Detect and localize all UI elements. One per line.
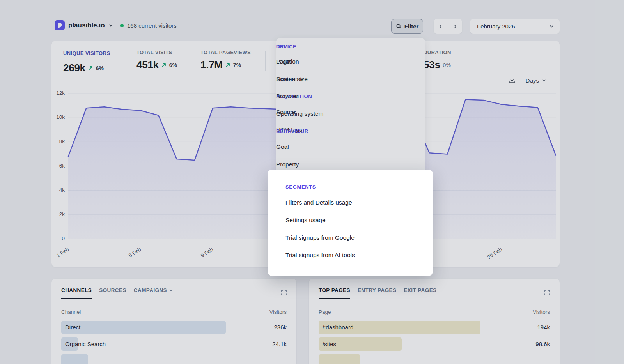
date-range-button[interactable]: February 2026 <box>470 19 560 34</box>
site-switcher[interactable]: plausible.io <box>55 20 113 30</box>
segment-item-settings-usage[interactable]: Settings usage <box>285 217 326 224</box>
table-row[interactable]: /:dashboard 194k <box>319 319 550 336</box>
interval-select-button[interactable]: Days <box>523 77 549 84</box>
segment-item-trial-signups-google[interactable]: Trial signups from Google <box>285 234 355 241</box>
filter-item-property[interactable]: Property <box>276 161 299 168</box>
x-axis-tick: 25 Feb <box>479 246 503 265</box>
column-header-channel: Channel <box>61 309 81 315</box>
filter-item-browser[interactable]: Browser <box>276 93 298 100</box>
row-label[interactable]: /sites <box>323 336 336 352</box>
pages-table: /:dashboard 194k /sites 98.6k <box>319 319 550 364</box>
value-bar <box>319 354 360 364</box>
stat-delta: 6% <box>96 65 104 71</box>
table-row[interactable]: /sites 98.6k <box>319 336 550 353</box>
segment-item-filters-details-usage[interactable]: Filters and Details usage <box>285 199 352 206</box>
period-nav <box>434 19 462 34</box>
stat-total-pageviews[interactable]: TOTAL PAGEVIEWS 1.7M 7% <box>200 49 251 71</box>
analytics-dashboard: plausible.io 168 current visitors Filter <box>0 0 624 364</box>
tab-entry-pages[interactable]: ENTRY PAGES <box>358 287 396 298</box>
trend-up-icon <box>225 62 230 67</box>
chevron-down-icon <box>542 78 546 83</box>
filter-item-operating-system[interactable]: Operating system <box>276 110 323 117</box>
divider <box>125 51 125 71</box>
filter-group-title-segments: SEGMENTS <box>285 184 316 190</box>
current-visitors[interactable]: 168 current visitors <box>120 22 177 29</box>
expand-button[interactable] <box>543 289 551 297</box>
x-axis-tick: 9 Feb <box>190 246 214 265</box>
chevron-down-icon <box>549 24 554 29</box>
row-value: 98.6k <box>535 336 550 352</box>
tab-sources[interactable]: SOURCES <box>99 287 126 298</box>
stat-label: UNIQUE VISITORS <box>63 50 110 58</box>
divider <box>276 177 425 177</box>
row-label[interactable]: Organic Search <box>65 336 106 352</box>
table-row[interactable]: Direct 236k <box>61 319 287 336</box>
filter-group-title-device: DEVICE <box>276 44 296 49</box>
y-axis-tick: 0 <box>62 235 65 241</box>
stat-total-visits[interactable]: TOTAL VISITS 451k 6% <box>136 49 177 71</box>
search-icon <box>396 23 402 29</box>
segment-item-trial-signups-ai-tools[interactable]: Trial signups from AI tools <box>285 252 355 259</box>
expand-button[interactable] <box>280 289 288 297</box>
divider <box>265 51 266 71</box>
y-axis-tick: 8k <box>59 138 65 144</box>
chevron-down-icon <box>108 23 113 28</box>
row-value: 194k <box>537 319 550 336</box>
table-header: Channel Visitors <box>61 309 287 315</box>
y-axis-tick: 10k <box>56 114 65 120</box>
y-axis-tick: 6k <box>59 163 65 169</box>
interval-label: Days <box>526 77 539 84</box>
prev-period-button[interactable] <box>434 19 448 34</box>
trend-up-icon <box>88 65 93 71</box>
download-icon <box>509 77 516 84</box>
top-bar: plausible.io 168 current visitors Filter <box>51 18 560 35</box>
y-axis-tick: 12k <box>56 90 65 96</box>
next-period-button[interactable] <box>448 19 463 34</box>
download-button[interactable] <box>508 76 516 85</box>
stat-value: 269k <box>63 62 85 74</box>
tab-channels[interactable]: CHANNELS <box>61 287 92 299</box>
filter-button[interactable]: Filter <box>391 19 423 34</box>
row-value: 236k <box>274 319 287 336</box>
stat-visit-duration[interactable]: DURATION 53s 0% <box>424 49 451 71</box>
tab-campaigns[interactable]: CAMPAIGNS <box>134 287 173 298</box>
table-row[interactable] <box>61 353 287 364</box>
column-header-visitors: Visitors <box>269 309 287 315</box>
stat-delta: 6% <box>169 62 177 68</box>
table-header: Page Visitors <box>319 309 550 315</box>
value-bar <box>61 354 88 364</box>
expand-icon <box>544 290 550 296</box>
row-label[interactable]: Direct <box>65 319 80 336</box>
date-range-label: February 2026 <box>477 23 515 30</box>
tab-top-pages[interactable]: TOP PAGES <box>319 287 350 299</box>
filter-item-goal[interactable]: Goal <box>276 143 289 150</box>
stat-label: DURATION <box>424 49 451 55</box>
pages-card: TOP PAGES ENTRY PAGES EXIT PAGES Page Vi… <box>309 279 560 364</box>
expand-icon <box>281 290 287 296</box>
live-dot-icon <box>120 24 124 27</box>
filter-item-screen-size[interactable]: Screen size <box>276 76 308 83</box>
site-name: plausible.io <box>68 21 105 29</box>
filter-group-title-behaviour: BEHAVIOUR <box>276 128 308 134</box>
stat-value: 451k <box>136 59 159 71</box>
filter-item-location[interactable]: Location <box>276 58 299 65</box>
stat-delta: 7% <box>233 62 241 68</box>
column-header-page: Page <box>319 309 331 315</box>
channels-table: Direct 236k Organic Search 24.1k <box>61 319 287 364</box>
table-row[interactable] <box>319 353 550 364</box>
column-header-visitors: Visitors <box>533 309 550 315</box>
stat-unique-visitors[interactable]: UNIQUE VISITORS 269k 6% <box>63 49 110 74</box>
table-row[interactable]: Organic Search 24.1k <box>61 336 287 353</box>
x-axis-tick: 1 Feb <box>46 246 70 265</box>
stat-label: TOTAL PAGEVIEWS <box>200 49 251 55</box>
stat-value: 1.7M <box>200 59 223 71</box>
divider <box>190 51 190 71</box>
channels-tabs: CHANNELS SOURCES CAMPAIGNS <box>61 287 173 299</box>
tab-exit-pages[interactable]: EXIT PAGES <box>404 287 436 298</box>
chart-tools: Days <box>508 76 549 85</box>
value-bar <box>61 321 226 334</box>
chevron-left-icon <box>438 24 443 29</box>
row-label[interactable]: /:dashboard <box>323 319 353 336</box>
pages-tabs: TOP PAGES ENTRY PAGES EXIT PAGES <box>319 287 436 299</box>
y-axis-labels: 12k10k8k6k4k2k0 <box>51 94 65 239</box>
